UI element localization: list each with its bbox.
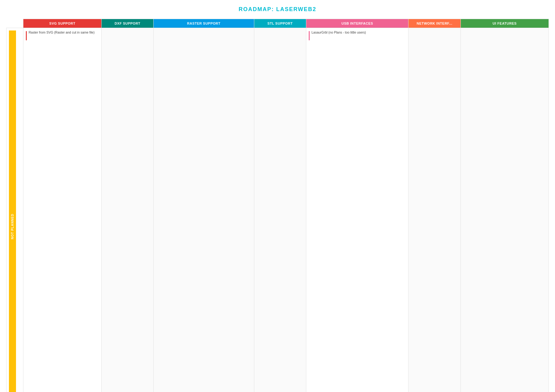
- header-network: NETWORK INTERF...: [408, 19, 460, 28]
- cell-not_planned-stl: [254, 28, 306, 392]
- header-svg: SVG SUPPORT: [23, 19, 102, 28]
- header-ui: UI FEATURES: [460, 19, 549, 28]
- cell-not_planned-svg: Raster from SVG (Raster and cut in same …: [23, 28, 102, 392]
- roadmap-table: SVG SUPPORT DXF SUPPORT RASTER SUPPORT S…: [6, 19, 549, 392]
- cell-not_planned-usb: LasaurGrbl (no Plans - too little users): [306, 28, 408, 392]
- item-bar: [26, 31, 27, 40]
- cell-not_planned-dxf: [102, 28, 154, 392]
- row-label-text: NOT PLANNED: [9, 30, 16, 392]
- header-stl: STL SUPPORT: [254, 19, 306, 28]
- cell-not_planned-network: [408, 28, 460, 392]
- page: ROADMAP: LASERWEB2 SVG SUPPORT DXF SUPPO…: [0, 0, 555, 392]
- item-text: Raster from SVG (Raster and cut in same …: [29, 30, 95, 35]
- corner-cell: [6, 19, 23, 28]
- item-bar: [309, 31, 310, 40]
- item-text: LasaurGrbl (no Plans - too little users): [312, 30, 366, 35]
- header-usb: USB INTERFACES: [306, 19, 408, 28]
- row-label-not_planned: NOT PLANNED: [6, 28, 23, 392]
- cell-not_planned-ui: [460, 28, 549, 392]
- list-item: LasaurGrbl (no Plans - too little users): [309, 30, 406, 40]
- cell-not_planned-raster: [154, 28, 254, 392]
- header-dxf: DXF SUPPORT: [102, 19, 154, 28]
- header-raster: RASTER SUPPORT: [154, 19, 254, 28]
- list-item: Raster from SVG (Raster and cut in same …: [26, 30, 99, 40]
- page-title: ROADMAP: LASERWEB2: [6, 6, 549, 13]
